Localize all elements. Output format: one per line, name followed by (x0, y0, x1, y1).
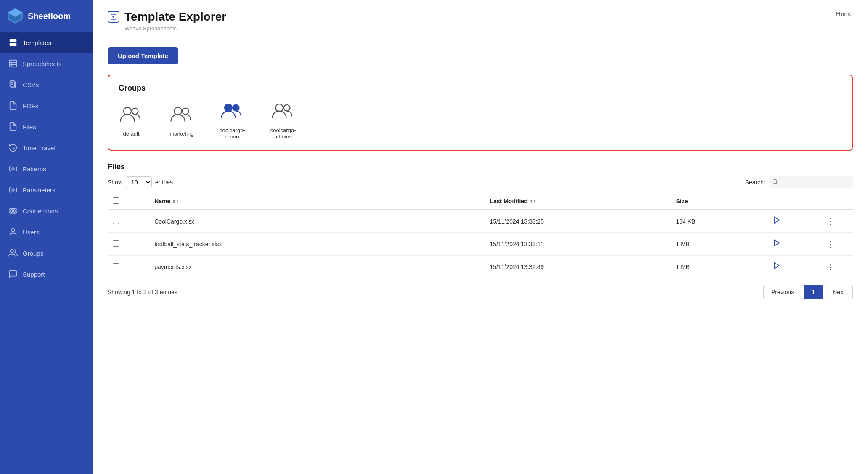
files-title: Files (108, 162, 853, 171)
sidebar-item-connections[interactable]: Connections (0, 200, 93, 221)
content-area: Upload Template Groups default (93, 37, 868, 474)
group-label-coolcargo-admins: coolcargo-admins (270, 127, 296, 140)
sidebar-item-groups-label: Groups (23, 250, 43, 257)
next-button[interactable]: Next (825, 285, 853, 299)
table-header-row: Name ⬆⬇ Last Modified ⬆⬇ Size (108, 193, 853, 210)
sidebar-item-users-label: Users (23, 229, 39, 236)
play-button-1[interactable] (773, 239, 781, 249)
table-row: payments.xlsx 15/11/2024 13:32:49 1 MB ⋮ (108, 256, 853, 278)
svg-point-16 (12, 168, 14, 170)
sidebar-item-pdfs-label: PDFs (23, 102, 39, 109)
svg-rect-23 (111, 14, 116, 19)
search-label: Search: (745, 179, 765, 186)
back-icon (110, 13, 117, 20)
logo-icon (7, 8, 24, 24)
sidebar-item-patterns[interactable]: Patterns (0, 158, 93, 179)
group-icon-coolcargo-demo (220, 101, 245, 122)
group-label-coolcargo-demo: coolcargo-demo (220, 127, 245, 140)
svg-point-31 (284, 105, 290, 111)
table-row: football_stats_tracker.xlsx 15/11/2024 1… (108, 233, 853, 256)
group-item-marketing[interactable]: marketing (169, 104, 194, 137)
back-button[interactable] (108, 11, 119, 23)
show-entries: Show 10 25 50 100 entries (108, 176, 173, 188)
row-play-0 (746, 210, 808, 233)
row-name-2: payments.xlsx (149, 256, 484, 278)
group-icon-default (119, 104, 144, 125)
svg-point-28 (225, 104, 232, 112)
page-1-button[interactable]: 1 (804, 285, 823, 299)
showing-text: Showing 1 to 3 of 3 entries (108, 289, 177, 296)
sidebar-item-parameters-label: Parameters (23, 186, 56, 194)
pdfs-icon (8, 101, 18, 110)
play-button-2[interactable] (773, 261, 781, 272)
files-controls: Show 10 25 50 100 entries Search: (108, 176, 853, 188)
row-checkbox-1[interactable] (113, 240, 119, 247)
svg-marker-36 (774, 263, 779, 269)
groups-section: Groups default (108, 75, 853, 151)
more-button-0[interactable]: ⋮ (826, 217, 834, 226)
svg-point-22 (11, 250, 13, 253)
groups-icon (8, 248, 18, 258)
svg-point-27 (183, 108, 189, 114)
search-wrapper (769, 176, 853, 188)
group-item-default[interactable]: default (119, 104, 144, 137)
svg-rect-7 (10, 60, 17, 67)
row-name-1: football_stats_tracker.xlsx (149, 233, 484, 256)
svg-marker-34 (774, 217, 779, 224)
search-input[interactable] (769, 176, 853, 188)
more-button-1[interactable]: ⋮ (826, 240, 834, 249)
sidebar-item-users[interactable]: Users (0, 221, 93, 242)
sidebar-item-spreadsheets[interactable]: Spreadsheets (0, 53, 93, 74)
sidebar-item-templates[interactable]: Templates (0, 32, 93, 53)
select-all-checkbox[interactable] (113, 197, 119, 204)
search-area: Search: (745, 176, 853, 188)
svg-marker-35 (774, 240, 779, 246)
sidebar-item-time-travel-label: Time Travel (23, 144, 56, 152)
sidebar-item-groups[interactable]: Groups (0, 242, 93, 264)
row-checkbox-cell (108, 210, 149, 233)
row-play-1 (746, 233, 808, 256)
upload-template-button[interactable]: Upload Template (108, 47, 178, 64)
sidebar-item-patterns-label: Patterns (23, 165, 46, 173)
files-section: Files Show 10 25 50 100 entries Search: (108, 162, 853, 303)
th-modified[interactable]: Last Modified ⬆⬇ (485, 193, 671, 210)
th-name[interactable]: Name ⬆⬇ (149, 193, 484, 210)
group-item-coolcargo-demo[interactable]: coolcargo-demo (220, 101, 245, 140)
sidebar-item-parameters[interactable]: Parameters (0, 179, 93, 200)
support-icon (8, 269, 18, 279)
home-link[interactable]: Home (836, 10, 853, 17)
row-name-0: CoolCargo.xlsx (149, 210, 484, 233)
more-button-2[interactable]: ⋮ (826, 262, 834, 272)
th-action (746, 193, 808, 210)
groups-title: Groups (119, 84, 842, 93)
sidebar-item-support[interactable]: Support (0, 264, 93, 285)
pagination-area: Showing 1 to 3 of 3 entries Previous 1 N… (108, 278, 853, 303)
patterns-icon (8, 164, 18, 173)
sidebar-item-time-travel[interactable]: Time Travel (0, 137, 93, 158)
previous-button[interactable]: Previous (763, 285, 802, 299)
spreadsheets-icon (8, 59, 18, 68)
search-icon (772, 179, 778, 186)
entries-label: entries (155, 179, 173, 186)
group-label-marketing: marketing (169, 130, 193, 137)
group-item-coolcargo-admins[interactable]: coolcargo-admins (270, 101, 296, 140)
show-label: Show (108, 179, 122, 186)
page-header: Template Explorer Weave Spreadsheets Hom… (93, 0, 868, 37)
sidebar-nav: Templates Spreadsheets CSVs (0, 32, 93, 474)
svg-rect-6 (13, 43, 16, 46)
app-logo[interactable]: Sheetloom (0, 0, 93, 32)
sidebar-item-files-label: Files (23, 123, 36, 130)
sidebar-item-csvs[interactable]: CSVs (0, 74, 93, 95)
play-button-0[interactable] (773, 216, 781, 226)
svg-point-17 (12, 189, 14, 191)
sidebar-item-csvs-label: CSVs (23, 81, 39, 88)
page-title-row: Template Explorer (108, 10, 226, 24)
parameters-icon (8, 185, 18, 194)
sidebar-item-pdfs[interactable]: PDFs (0, 95, 93, 116)
row-checkbox-2[interactable] (113, 263, 119, 269)
sidebar-item-support-label: Support (23, 271, 45, 278)
sidebar-item-files[interactable]: Files (0, 116, 93, 137)
app-name: Sheetloom (28, 11, 71, 21)
row-checkbox-0[interactable] (113, 218, 119, 224)
entries-select[interactable]: 10 25 50 100 (126, 176, 152, 188)
